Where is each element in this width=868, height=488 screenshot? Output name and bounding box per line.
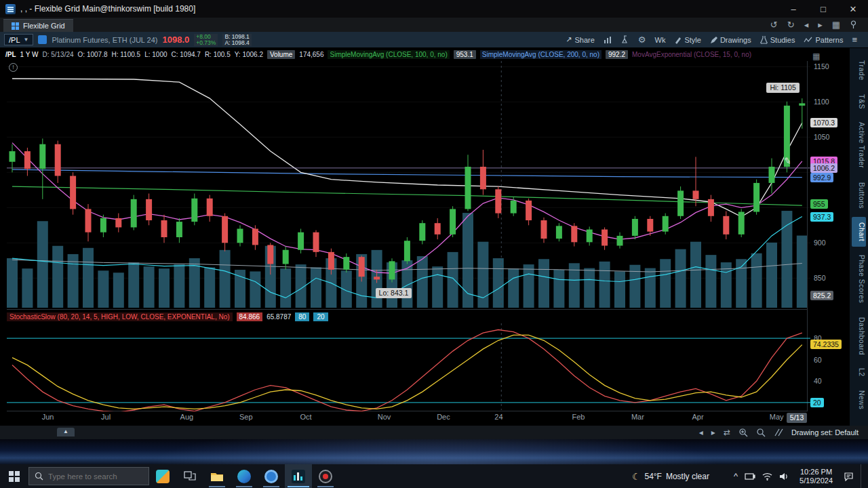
- show-desktop-button[interactable]: [861, 464, 864, 488]
- stoch-overbought-value: 80: [295, 312, 309, 321]
- x-axis-label: Apr: [692, 413, 703, 421]
- search-icon: [35, 472, 43, 481]
- sidebar-tab-dashboard[interactable]: Dashboard: [852, 312, 866, 361]
- tab-flexible-grid[interactable]: Flexible Grid: [3, 19, 73, 32]
- zoom-in-icon[interactable]: [738, 428, 748, 437]
- recorder-app-icon[interactable]: [312, 464, 339, 488]
- search-input[interactable]: [48, 472, 136, 481]
- taskbar-clock[interactable]: 10:26 PM 5/19/2024: [795, 468, 837, 485]
- back-icon[interactable]: ◂: [804, 20, 809, 30]
- patterns-button[interactable]: Patterns: [804, 36, 843, 44]
- time-axis[interactable]: JunJulAugSepOctNovDec24FebMarAprMay5/13: [0, 413, 868, 425]
- start-button[interactable]: [0, 464, 28, 488]
- price-axis[interactable]: 1150110010509008501070.31015.81006.2992.…: [808, 61, 849, 309]
- price-axis-label: 955: [810, 199, 828, 209]
- drawer-handle[interactable]: ▲: [57, 428, 75, 436]
- speaker-icon[interactable]: [779, 472, 789, 481]
- moon-icon: ☾: [632, 471, 641, 482]
- volume-label: Volume: [267, 50, 295, 59]
- study2-label[interactable]: SimpleMovingAvg (CLOSE, 200, 0, no): [480, 50, 601, 59]
- drawings-button[interactable]: Drawings: [710, 36, 751, 44]
- share-button[interactable]: ↗Share: [566, 35, 595, 44]
- x-axis-label: 24: [494, 413, 502, 421]
- study1-label[interactable]: SimpleMovingAvg (CLOSE, 100, 0, no): [328, 50, 449, 59]
- symbol-input[interactable]: /PL ▼: [4, 34, 33, 45]
- tray-expand-icon[interactable]: ^: [734, 471, 738, 481]
- x-axis-label: Mar: [631, 413, 644, 421]
- x-axis-label: Jun: [42, 413, 54, 421]
- zigzag-icon: [804, 36, 812, 43]
- swap-icon[interactable]: ⇄: [724, 428, 730, 437]
- study1-value: 953.1: [454, 50, 476, 59]
- battery-icon[interactable]: [745, 472, 755, 481]
- pan-right-icon[interactable]: ▸: [711, 428, 715, 437]
- price-axis-label: 1006.2: [810, 163, 837, 173]
- study2-value: 992.2: [606, 50, 628, 59]
- volume-value: 174,656: [299, 51, 323, 58]
- alert-icon[interactable]: !: [9, 63, 18, 72]
- x-axis-label: Oct: [300, 413, 312, 421]
- price-change-pct: +0.73%: [194, 40, 218, 46]
- stoch-axis[interactable]: 8060402074.233520: [808, 323, 849, 411]
- chevron-down-icon: ▼: [24, 37, 29, 43]
- brush-icon: [674, 36, 682, 44]
- main-chart[interactable]: [7, 61, 810, 309]
- wifi-icon[interactable]: [762, 472, 772, 481]
- thinkorswim-app-icon[interactable]: [285, 464, 312, 488]
- sidebar-tab-active-trader[interactable]: Active Trader: [852, 117, 866, 174]
- sidebar-tab-chart[interactable]: Chart: [852, 217, 866, 247]
- x-axis-date-chip: 5/13: [787, 413, 807, 423]
- pan-left-icon[interactable]: ◂: [699, 428, 703, 437]
- stoch-panel[interactable]: [7, 323, 810, 411]
- sidebar-tab-news[interactable]: News: [852, 385, 866, 415]
- chart-settings-icon[interactable]: [604, 36, 612, 44]
- studies-button[interactable]: Studies: [760, 35, 795, 44]
- close-button[interactable]: ✕: [838, 0, 868, 18]
- forward-icon[interactable]: ▸: [818, 20, 823, 30]
- sidebar-tab-trade[interactable]: Trade: [852, 55, 866, 86]
- weather-widget[interactable]: ☾ 54°F Mostly clear: [632, 471, 709, 482]
- stoch-oversold-value: 20: [313, 312, 328, 321]
- chart-data-line: /PL 1 Y W D: 5/13/24 O: 1007.8 H: 1100.5…: [0, 47, 868, 61]
- dataline-open: O: 1007.8: [78, 51, 108, 58]
- share-icon: ↗: [566, 35, 572, 44]
- timeframe-button[interactable]: Wk: [655, 36, 666, 44]
- undo-icon[interactable]: ↺: [770, 20, 778, 30]
- pattern-tool-icon[interactable]: [774, 428, 783, 436]
- sidebar-tab-buttons[interactable]: Buttons: [852, 177, 866, 214]
- beaker-icon[interactable]: [621, 35, 629, 44]
- zoom-out-icon[interactable]: [756, 428, 766, 437]
- drawing-set-label[interactable]: Drawing set: Default: [791, 428, 859, 436]
- symbol-link-icon[interactable]: [38, 35, 47, 44]
- pin-icon[interactable]: [850, 20, 857, 29]
- stoch-k-value: 84.866: [237, 312, 263, 321]
- maximize-cell-icon[interactable]: ▦: [812, 52, 820, 61]
- clock-date: 5/19/2024: [800, 476, 833, 485]
- price-axis-tick: 900: [814, 239, 826, 247]
- stoch-study-label[interactable]: StochasticSlow (80, 20, 14, 5, HIGH, LOW…: [7, 312, 233, 321]
- chart-bottom-bar: ▲ ◂ ▸ ⇄ Drawing set: Default: [0, 426, 868, 439]
- edge-browser-icon[interactable]: [231, 464, 258, 488]
- sidebar-tab-phase-scores[interactable]: Phase Scores: [852, 249, 866, 308]
- gear-icon[interactable]: ⚙: [638, 35, 646, 45]
- menu-icon[interactable]: ≡: [852, 35, 857, 45]
- taskbar-search[interactable]: [28, 467, 149, 485]
- price-axis-label: 992.9: [810, 173, 833, 182]
- grid-layout-icon[interactable]: ▦: [832, 20, 840, 30]
- minimize-button[interactable]: –: [778, 0, 808, 18]
- task-view-icon[interactable]: [176, 464, 203, 488]
- study3-label[interactable]: MovAvgExponential (CLOSE, 15, 0, no): [632, 51, 751, 58]
- sidebar-tab-l2[interactable]: L2: [852, 363, 866, 382]
- flask-icon: [760, 35, 768, 44]
- x-axis-label: Feb: [572, 413, 585, 421]
- dataline-close: C: 1094.7: [172, 51, 201, 58]
- maximize-button[interactable]: □: [808, 0, 838, 18]
- screen: , , - Flexible Grid Main@thinkorswim [bu…: [0, 0, 868, 488]
- chrome-browser-icon[interactable]: [258, 464, 285, 488]
- sidebar-tab-t-s[interactable]: T&S: [852, 89, 866, 115]
- file-explorer-icon[interactable]: [203, 464, 231, 488]
- redo-icon[interactable]: ↻: [787, 20, 795, 30]
- action-center-icon[interactable]: [844, 472, 854, 481]
- paint-app-icon[interactable]: [149, 464, 176, 488]
- style-button[interactable]: Style: [674, 36, 701, 44]
